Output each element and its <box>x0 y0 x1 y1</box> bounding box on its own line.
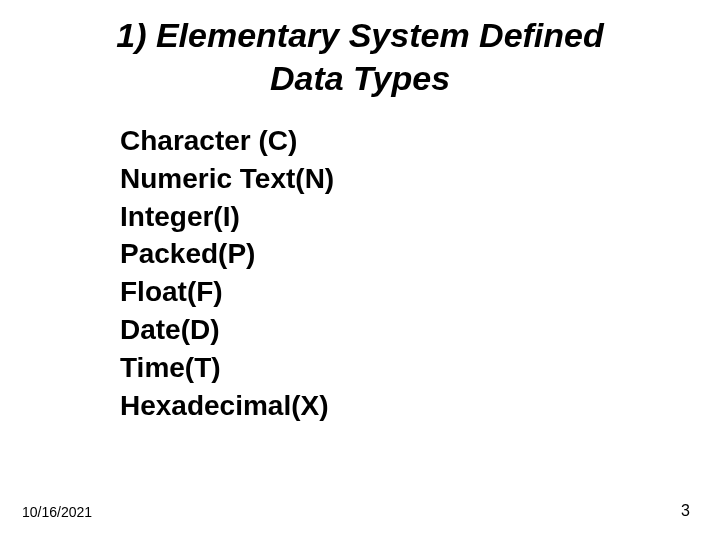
slide: 1) Elementary System Defined Data Types … <box>0 0 720 540</box>
title-line-2: Data Types <box>0 57 720 100</box>
list-item: Hexadecimal(X) <box>120 387 334 425</box>
list-item: Character (C) <box>120 122 334 160</box>
slide-body: Character (C) Numeric Text(N) Integer(I)… <box>120 122 334 424</box>
footer-page-number: 3 <box>681 502 690 520</box>
list-item: Numeric Text(N) <box>120 160 334 198</box>
list-item: Integer(I) <box>120 198 334 236</box>
list-item: Time(T) <box>120 349 334 387</box>
title-line-1: 1) Elementary System Defined <box>0 14 720 57</box>
footer-date: 10/16/2021 <box>22 504 92 520</box>
list-item: Packed(P) <box>120 235 334 273</box>
list-item: Date(D) <box>120 311 334 349</box>
slide-title: 1) Elementary System Defined Data Types <box>0 0 720 99</box>
list-item: Float(F) <box>120 273 334 311</box>
